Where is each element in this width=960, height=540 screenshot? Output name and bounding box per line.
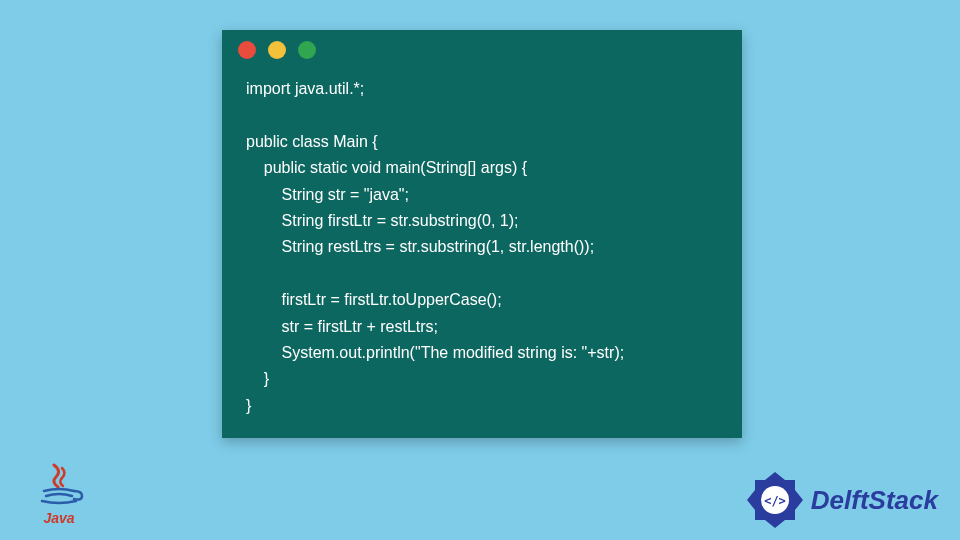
delftstack-text: DelftStack [811, 485, 938, 516]
java-cup-icon [34, 463, 84, 510]
code-window: import java.util.*; public class Main { … [222, 30, 742, 438]
window-titlebar [222, 30, 742, 70]
java-logo-label: Java [34, 510, 84, 526]
minimize-dot-icon [268, 41, 286, 59]
delftstack-logo: </> DelftStack [745, 470, 938, 530]
close-dot-icon [238, 41, 256, 59]
delftstack-badge-icon: </> [745, 470, 805, 530]
code-content: import java.util.*; public class Main { … [222, 70, 742, 439]
maximize-dot-icon [298, 41, 316, 59]
java-logo: Java [34, 463, 84, 526]
svg-text:</>: </> [764, 494, 786, 508]
